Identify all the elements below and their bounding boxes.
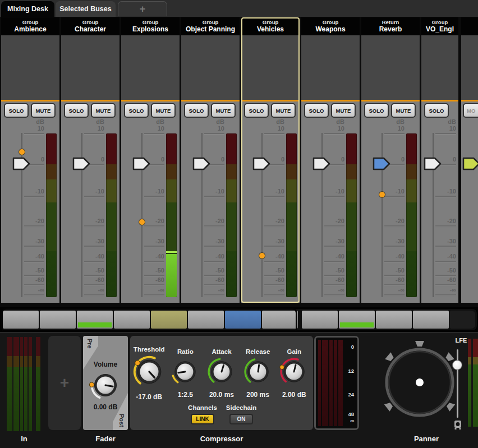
sidechain-on-button[interactable]: ON xyxy=(229,414,253,424)
add-tab-button[interactable]: + xyxy=(118,1,167,16)
overview-segment[interactable] xyxy=(413,311,449,329)
overview-segment[interactable] xyxy=(151,311,187,329)
scale-tick xyxy=(24,196,44,197)
solo-button[interactable]: SOLO xyxy=(4,103,29,118)
scale-tick xyxy=(24,261,44,262)
strip-header: GroupExplosions xyxy=(121,17,180,35)
solo-button[interactable]: SOLO xyxy=(64,103,89,118)
scale-tick xyxy=(264,261,284,262)
pinned-strip-button[interactable]: MO xyxy=(463,103,478,118)
scale-tick-label: 10 xyxy=(88,125,104,132)
solo-button[interactable]: SOLO xyxy=(364,103,389,118)
fader-handle[interactable] xyxy=(424,157,442,170)
fader-handle[interactable] xyxy=(192,157,210,170)
overview-segment[interactable] xyxy=(114,311,150,329)
channel-strip-explosions[interactable]: GroupExplosionsSOLOMUTEdB100-10-20-30-40… xyxy=(121,17,180,303)
channel-strip-weapons[interactable]: GroupWeaponsSOLOMUTEdB100-10-20-30-40-50… xyxy=(301,17,360,303)
knob-attack[interactable]: Attack 20.0 ms xyxy=(204,348,239,399)
mute-button[interactable]: MUTE xyxy=(151,103,176,118)
channel-strip-vehicles[interactable]: GroupVehiclesSOLOMUTEdB100-10-20-30-40-5… xyxy=(241,17,300,303)
add-effect-button[interactable]: + xyxy=(48,336,81,430)
solo-button[interactable]: SOLO xyxy=(304,103,329,118)
scale-tick xyxy=(324,294,344,295)
mute-button[interactable]: MUTE xyxy=(211,103,236,118)
scale-tick xyxy=(84,225,104,227)
mute-button[interactable]: MUTE xyxy=(271,103,296,118)
lfe-slider-thumb[interactable] xyxy=(453,361,462,370)
pan-puck[interactable] xyxy=(416,378,424,386)
mute-button[interactable]: MUTE xyxy=(31,103,56,118)
knob-dial[interactable] xyxy=(278,356,310,390)
overview-segment[interactable] xyxy=(77,311,113,329)
fader-handle[interactable] xyxy=(252,157,270,170)
fader-handle-shape xyxy=(373,157,390,170)
fader-handle[interactable] xyxy=(462,157,478,170)
overview-segment[interactable] xyxy=(339,311,375,329)
tab-label: Selected Buses xyxy=(59,5,111,13)
channel-strip-character[interactable]: GroupCharacterSOLOMUTEdB100-10-20-30-40-… xyxy=(61,17,120,303)
pinned-master-strip[interactable]: MO xyxy=(461,17,478,303)
channel-strip-object-panning[interactable]: GroupObject PanningSOLOMUTEdB100-10-20-3… xyxy=(181,17,240,303)
fader-handle[interactable] xyxy=(72,157,90,170)
scale-tick-label: -∞ xyxy=(328,287,344,293)
fader-handle[interactable] xyxy=(312,157,330,170)
fader-handle-shape xyxy=(12,157,30,170)
scale-tick xyxy=(264,294,284,295)
scale-tick xyxy=(84,275,104,276)
solo-button[interactable]: SOLO xyxy=(124,103,149,118)
mute-button[interactable]: MUTE xyxy=(391,103,416,118)
knob-ratio[interactable]: Ratio 1:2.5 xyxy=(168,348,203,399)
tab-selected-buses[interactable]: Selected Buses xyxy=(56,1,116,17)
knob-graphic xyxy=(89,368,122,402)
overview-segment[interactable] xyxy=(40,311,76,329)
mute-button[interactable]: MUTE xyxy=(91,103,116,118)
scale-tick-label: -60 xyxy=(388,276,405,283)
strip-name-label: Explosions xyxy=(132,26,168,33)
gr-scale-label: 48 xyxy=(348,412,354,417)
overview-segment[interactable] xyxy=(302,311,338,329)
channel-strip-vo-engl[interactable]: GroupVO_EnglSOLOdB100-10-20-30-40-50-60-… xyxy=(421,17,458,303)
overview-segment[interactable] xyxy=(376,311,412,329)
db-unit-label: dB xyxy=(94,118,104,125)
scale-tick xyxy=(204,133,224,134)
solo-button[interactable]: SOLO xyxy=(184,103,209,118)
overview-segment[interactable] xyxy=(188,311,224,329)
knob-dial[interactable] xyxy=(242,356,274,390)
scale-tick-label: -20 xyxy=(328,218,344,224)
channel-strip-reverb[interactable]: ReturnReverbSOLOMUTEdB100-10-20-30-40-50… xyxy=(361,17,420,303)
gain-reduction-meter: 0122448∞ xyxy=(316,338,357,428)
scale-tick xyxy=(435,196,456,197)
scale-tick-label: -50 xyxy=(148,267,164,274)
scale-tick-label: -∞ xyxy=(27,287,44,293)
knob-dial[interactable] xyxy=(131,354,167,392)
mute-button[interactable]: MUTE xyxy=(331,103,356,118)
scale-tick xyxy=(84,284,104,285)
knob-dial[interactable] xyxy=(206,356,237,390)
tab-mixing-desk[interactable]: Mixing Desk xyxy=(1,1,54,17)
knob-gain[interactable]: Gain 2.00 dB xyxy=(277,348,311,399)
channels-link-button[interactable]: LINK xyxy=(191,414,214,424)
scale-tick-label: -∞ xyxy=(88,287,104,293)
strip-name-label: Ambience xyxy=(14,26,46,33)
strip-fader-area: SOLOdB100-10-20-30-40-50-60-∞ xyxy=(421,101,458,303)
volume-knob-label: Volume xyxy=(83,361,128,368)
fader-handle-shape xyxy=(72,157,90,170)
fader-handle[interactable] xyxy=(373,157,390,170)
fader-handle[interactable] xyxy=(132,157,150,170)
scale-tick-label: 10 xyxy=(148,125,164,132)
knob-release[interactable]: Release 200 ms xyxy=(241,348,275,399)
overview-segment[interactable] xyxy=(262,311,298,329)
surround-panner[interactable] xyxy=(378,340,462,424)
rtpc-indicator-dot xyxy=(139,219,145,225)
channel-strip-ambience[interactable]: GroupAmbienceSOLOMUTEdB100-10-20-30-40-5… xyxy=(1,17,59,303)
overview-segment[interactable] xyxy=(3,311,39,329)
knob-threshold[interactable]: Threshold -17.0 dB xyxy=(132,346,167,401)
solo-button[interactable]: SOLO xyxy=(244,103,269,118)
gain-reduction-meter-panel: 0122448∞ xyxy=(314,336,359,430)
overview-segment[interactable] xyxy=(450,311,475,329)
overview-segment[interactable] xyxy=(225,311,261,329)
knob-dial[interactable] xyxy=(169,356,201,390)
solo-button[interactable]: SOLO xyxy=(424,103,449,118)
fader-handle[interactable] xyxy=(12,157,30,170)
volume-knob[interactable] xyxy=(89,368,122,402)
